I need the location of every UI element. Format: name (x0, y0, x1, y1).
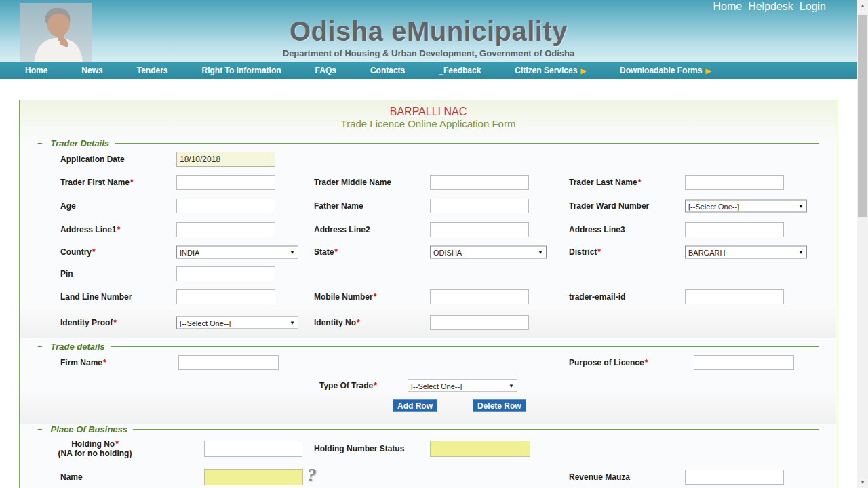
email-label: trader-email-id (569, 292, 626, 302)
age-input[interactable] (176, 199, 275, 214)
application-date-input[interactable] (176, 152, 275, 167)
scrollbar-thumb[interactable] (858, 15, 867, 217)
section-place-of-business: − Place Of Business (37, 424, 819, 434)
row-trader-name: Trader First Name* Trader Middle Name Tr… (20, 171, 837, 194)
identity-no-input[interactable] (430, 315, 529, 330)
holding-no-note: (NA for no holding) (44, 449, 146, 458)
topbar-links: Home Helpdesk Login (713, 1, 826, 13)
state-select[interactable]: ODISHA ▼ (430, 246, 547, 259)
row-name-mauza: Name ? Revenue Mauza (20, 464, 837, 488)
row-holding: Holding No* (NA for no holding) Holding … (20, 435, 837, 462)
address1-label: Address Line1* (60, 225, 120, 235)
address2-input[interactable] (430, 222, 529, 237)
address3-input[interactable] (685, 222, 784, 237)
country-select[interactable]: INDIA ▼ (176, 246, 298, 259)
last-name-label: Trader Last Name* (569, 178, 641, 187)
nav-item-contacts[interactable]: Contacts (370, 66, 405, 75)
site-subtitle: Department of Housing & Urban Developmen… (0, 48, 857, 58)
nav-item-label: Downloadable Forms (620, 66, 702, 75)
section-title: Place Of Business (51, 424, 127, 434)
form-title: Trade Licence Online Application Form (20, 118, 837, 129)
scrollbar-down-icon[interactable]: ▼ (857, 476, 868, 488)
email-input[interactable] (685, 289, 784, 304)
address2-label: Address Line2 (314, 225, 371, 235)
mobile-label: Mobile Number* (314, 292, 376, 302)
row-contact: Land Line Number Mobile Number* trader-e… (20, 285, 837, 308)
father-name-label: Father Name (314, 201, 364, 211)
topbar-login-link[interactable]: Login (800, 1, 826, 13)
main-nav: Home News Tenders Right To Information F… (0, 62, 868, 79)
row-pin: Pin (20, 262, 837, 285)
first-name-label: Trader First Name* (60, 178, 134, 187)
trade-type-select[interactable]: [--Select One--] ▼ (408, 380, 517, 392)
purpose-input[interactable] (694, 355, 794, 370)
ward-number-select[interactable]: [--Select One--] ▼ (685, 200, 807, 213)
collapse-icon[interactable]: − (37, 138, 43, 148)
page: Home Helpdesk Login Odisha eMunicipality… (0, 0, 868, 488)
topbar-helpdesk-link[interactable]: Helpdesk (748, 1, 793, 13)
help-icon[interactable]: ? (307, 465, 317, 486)
address3-label: Address Line3 (569, 225, 626, 235)
district-label: District* (569, 247, 601, 257)
state-label: State* (314, 247, 338, 257)
pin-input[interactable] (176, 266, 275, 281)
father-name-input[interactable] (430, 199, 529, 214)
country-label: Country* (60, 247, 96, 257)
topbar-home-link[interactable]: Home (713, 1, 742, 13)
revenue-mauza-label: Revenue Mauza (569, 472, 631, 482)
nav-item-rti[interactable]: Right To Information (202, 66, 281, 75)
first-name-input[interactable] (176, 175, 275, 190)
revenue-mauza-input[interactable] (685, 470, 784, 485)
section-trade-details: − Trade details (37, 341, 819, 352)
address1-input[interactable] (176, 222, 275, 237)
nav-item-feedback[interactable]: _Feedback (439, 66, 481, 75)
row-trade-type: Type Of Trade* [--Select One--] ▼ (20, 374, 837, 397)
ward-number-label: Trader Ward Number (569, 201, 650, 211)
holding-no-label: Holding No* (NA for no holding) (44, 439, 146, 458)
identity-proof-label: Identity Proof* (60, 318, 117, 327)
section-trader-details: − Trader Details (37, 138, 819, 148)
district-select[interactable]: BARGARH ▼ (685, 246, 807, 259)
dropdown-arrow-icon: ▼ (798, 249, 804, 256)
nav-item-label: Citizen Services (515, 66, 577, 75)
site-title: Odisha eMunicipality (0, 16, 857, 47)
nav-item-news[interactable]: News (81, 66, 102, 75)
delete-row-button[interactable]: Delete Row (473, 399, 526, 412)
row-table-buttons: Add Row Delete Row (20, 396, 837, 412)
firm-name-label: Firm Name* (60, 358, 106, 367)
holding-no-input[interactable] (204, 441, 302, 457)
row-identity: Identity Proof* [--Select One--] ▼ Ident… (20, 311, 837, 334)
section-title: Trader Details (51, 138, 109, 148)
row-country-state-district: Country* INDIA ▼ State* ODISHA ▼ Distric… (20, 241, 837, 264)
nav-item-home[interactable]: Home (25, 66, 47, 75)
section-rule (111, 346, 819, 347)
purpose-label: Purpose of Licence* (569, 358, 648, 367)
name-input[interactable] (204, 469, 303, 485)
nav-item-faqs[interactable]: FAQs (315, 66, 336, 75)
add-row-button[interactable]: Add Row (393, 399, 437, 412)
holding-status-input[interactable] (430, 441, 530, 457)
scrollbar-up-icon[interactable]: ▲ (857, 0, 868, 12)
nav-item-citizen-services[interactable]: Citizen Services ▶ (515, 66, 586, 75)
municipality-name: BARPALLI NAC (20, 106, 837, 118)
vertical-scrollbar[interactable]: ▲ ▼ (857, 0, 868, 488)
header-banner: Home Helpdesk Login Odisha eMunicipality… (0, 0, 868, 62)
section-rule (133, 429, 819, 430)
row-address: Address Line1* Address Line2 Address Lin… (20, 218, 837, 241)
last-name-input[interactable] (685, 175, 784, 190)
collapse-icon[interactable]: − (37, 342, 43, 352)
row-firm-purpose: Firm Name* Purpose of Licence* (20, 351, 837, 374)
firm-name-input[interactable] (178, 355, 279, 370)
row-age-father-ward: Age Father Name Trader Ward Number [--Se… (20, 195, 837, 218)
dropdown-arrow-icon: ▼ (798, 203, 804, 209)
collapse-icon[interactable]: − (37, 424, 43, 434)
nav-item-tenders[interactable]: Tenders (137, 66, 168, 75)
mobile-input[interactable] (430, 289, 529, 304)
middle-name-input[interactable] (430, 175, 529, 190)
name-label: Name (60, 472, 83, 482)
identity-proof-select[interactable]: [--Select One--] ▼ (176, 317, 298, 329)
landline-input[interactable] (176, 289, 275, 304)
middle-name-label: Trader Middle Name (314, 178, 392, 187)
nav-item-downloadable-forms[interactable]: Downloadable Forms ▶ (620, 66, 711, 75)
application-date-label: Application Date (60, 155, 125, 164)
